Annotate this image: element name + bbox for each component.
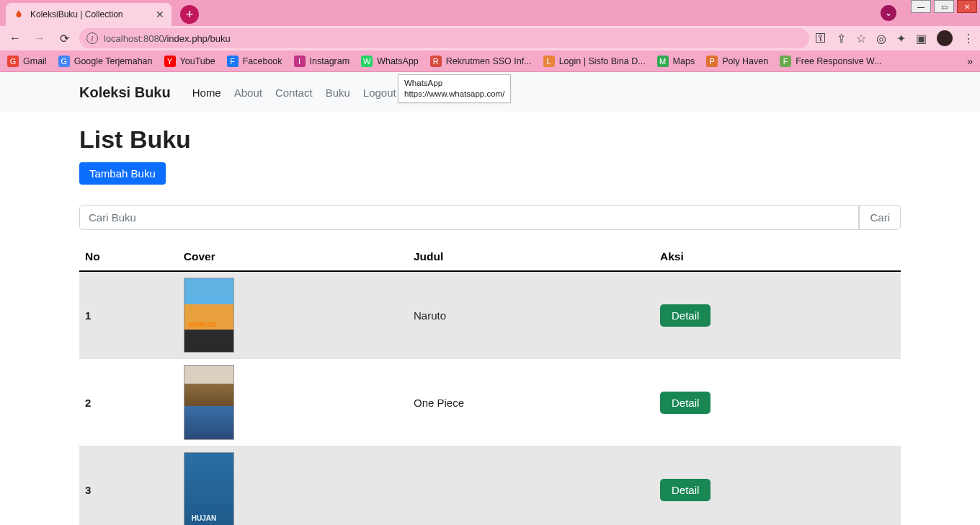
lens-icon[interactable]: ◎ (876, 32, 886, 45)
brand-title[interactable]: Koleksi Buku (79, 84, 171, 101)
books-table: NoCoverJudulAksi 1NarutoDetail2One Piece… (79, 243, 901, 525)
site-info-icon[interactable]: i (86, 32, 98, 44)
url-port: :8080 (141, 33, 164, 44)
bookmark-item[interactable]: MMaps (657, 56, 695, 67)
bookmark-label: Login | Sisfo Bina D... (559, 56, 646, 66)
cell-title: Naruto (408, 271, 654, 359)
tab-title: KoleksiBuku | Collection (30, 9, 151, 19)
detail-button[interactable]: Detail (660, 392, 710, 414)
cell-action: Detail (654, 359, 901, 446)
search-input[interactable] (79, 205, 859, 230)
bookmarks-bar: GGmailGGoogle TerjemahanYYouTubeFFaceboo… (0, 50, 980, 72)
cell-cover (178, 359, 408, 446)
bookmark-icon: F (227, 56, 239, 67)
nav-link-contact[interactable]: Contact (275, 87, 313, 99)
page-viewport[interactable]: Koleksi Buku HomeAboutContactBukuLogout … (0, 72, 980, 525)
nav-link-about[interactable]: About (234, 87, 262, 99)
bookmark-item[interactable]: FFree Responsive W... (780, 56, 882, 67)
forward-button[interactable]: → (30, 29, 49, 48)
bookmark-item[interactable]: RRekrutmen SSO Inf... (430, 56, 532, 67)
book-cover-image (184, 278, 234, 353)
bookmark-icon: R (430, 56, 442, 67)
bookmark-label: Poly Haven (722, 56, 768, 66)
bookmark-icon: F (780, 56, 791, 67)
browser-toolbar: ← → ⟳ i localhost:8080/index.php/buku ⚿ … (0, 26, 980, 50)
window-controls: — ▭ ✕ (911, 0, 977, 13)
window-close-button[interactable]: ✕ (957, 0, 977, 13)
nav-link-logout[interactable]: Logout (363, 87, 396, 99)
table-row: 1NarutoDetail (79, 271, 901, 359)
bookmark-star-icon[interactable]: ☆ (856, 32, 866, 45)
panel-icon[interactable]: ▣ (916, 32, 927, 45)
bookmark-item[interactable]: LLogin | Sisfo Bina D... (543, 56, 646, 67)
cell-title (408, 446, 654, 526)
bookmark-label: WhatsApp (377, 56, 419, 66)
column-header: Aksi (654, 243, 901, 271)
extensions-icon[interactable]: ✦ (896, 32, 906, 45)
nav-link-buku[interactable]: Buku (326, 87, 350, 99)
bookmark-icon: Y (164, 56, 176, 67)
book-cover-image (184, 365, 234, 440)
cell-no: 2 (79, 359, 178, 446)
column-header: Cover (178, 243, 408, 271)
tab-close-icon[interactable]: ✕ (156, 9, 164, 20)
bookmark-item[interactable]: YYouTube (164, 56, 215, 67)
cell-action: Detail (654, 446, 901, 526)
tooltip-title: WhatsApp (404, 78, 504, 89)
minimize-button[interactable]: — (911, 0, 931, 13)
cell-no: 1 (79, 271, 178, 359)
bookmark-icon: G (7, 56, 19, 67)
bookmark-label: YouTube (180, 56, 215, 66)
cell-title: One Piece (408, 359, 654, 446)
bookmark-label: Gmail (23, 56, 47, 66)
bookmark-icon: M (657, 56, 669, 67)
url-path: /index.php/buku (164, 33, 231, 44)
page-title: List Buku (79, 125, 901, 154)
search-button[interactable]: Cari (859, 205, 901, 230)
cell-cover (178, 271, 408, 359)
key-icon[interactable]: ⚿ (815, 32, 827, 45)
menu-icon[interactable]: ⋮ (963, 32, 974, 45)
table-row: 3Detail (79, 446, 901, 526)
column-header: No (79, 243, 178, 271)
bookmark-label: Rekrutmen SSO Inf... (446, 56, 532, 66)
browser-tab[interactable]: KoleksiBuku | Collection ✕ (6, 3, 172, 26)
bookmark-item[interactable]: GGmail (7, 56, 47, 67)
bookmark-label: Free Responsive W... (796, 56, 882, 66)
back-button[interactable]: ← (6, 29, 24, 48)
address-bar[interactable]: i localhost:8080/index.php/buku (79, 28, 809, 48)
book-cover-image (184, 452, 234, 525)
bookmark-label: Maps (673, 56, 695, 66)
nav-link-home[interactable]: Home (192, 87, 221, 99)
avatar-icon[interactable] (937, 30, 953, 46)
table-row: 2One PieceDetail (79, 359, 901, 446)
share-icon[interactable]: ⇪ (837, 32, 846, 45)
bookmark-item[interactable]: PPoly Haven (706, 56, 768, 67)
bookmark-icon: I (294, 56, 306, 67)
bookmarks-overflow-icon[interactable]: » (967, 56, 973, 67)
bookmark-label: Instagram (310, 56, 350, 66)
maximize-button[interactable]: ▭ (934, 0, 954, 13)
bookmark-item[interactable]: FFacebook (227, 56, 282, 67)
cell-no: 3 (79, 446, 178, 526)
bookmark-item[interactable]: GGoogle Terjemahan (58, 56, 153, 67)
bookmark-icon: P (706, 56, 718, 67)
bookmark-icon: L (543, 56, 555, 67)
add-book-button[interactable]: Tambah Buku (79, 162, 166, 185)
bookmark-item[interactable]: WWhatsApp (361, 56, 419, 67)
detail-button[interactable]: Detail (660, 304, 710, 327)
reload-button[interactable]: ⟳ (55, 29, 74, 48)
new-tab-button[interactable]: + (180, 5, 199, 24)
bookmark-label: Google Terjemahan (74, 56, 153, 66)
bookmark-item[interactable]: IInstagram (294, 56, 350, 67)
hover-tooltip: WhatsApp https://www.whatsapp.com/ (398, 74, 511, 103)
detail-button[interactable]: Detail (660, 479, 710, 501)
profile-badge[interactable]: ⌄ (881, 5, 896, 21)
tooltip-url: https://www.whatsapp.com/ (404, 89, 504, 100)
browser-tabstrip: KoleksiBuku | Collection ✕ + ⌄ — ▭ ✕ (0, 0, 980, 26)
cell-cover (178, 446, 408, 526)
cell-action: Detail (654, 271, 901, 359)
bookmark-icon: G (58, 56, 70, 67)
url-host: localhost (104, 33, 141, 44)
column-header: Judul (408, 243, 654, 271)
